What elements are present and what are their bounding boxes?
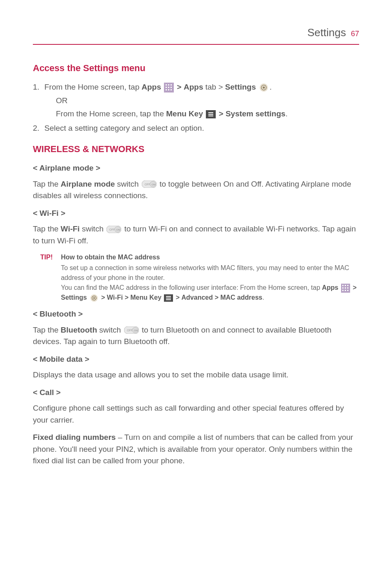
svg-rect-1: [166, 84, 167, 86]
svg-rect-3: [171, 84, 172, 86]
svg-rect-4: [166, 87, 167, 88]
para-wifi: Tap the Wi-Fi switch OFFON to turn Wi-Fi…: [33, 223, 359, 247]
svg-text:OFF: OFF: [127, 329, 133, 332]
apps-grid-icon: [164, 83, 174, 92]
svg-rect-15: [208, 114, 213, 115]
separator: >: [177, 83, 184, 91]
svg-rect-30: [345, 287, 346, 289]
svg-rect-26: [342, 285, 344, 286]
bold-fixed-dialing: Fixed dialing numbers: [33, 433, 116, 441]
text: switch: [115, 180, 141, 188]
text: From the Home screen, tap the: [56, 109, 166, 118]
menu-key-icon: [206, 110, 216, 118]
svg-text:OFF: OFF: [109, 228, 115, 231]
text: tab >: [203, 83, 225, 91]
text: You can find the MAC address in the foll…: [61, 284, 322, 291]
tip-line-1: To set up a connection in some wireless …: [61, 263, 359, 283]
svg-text:ON: ON: [116, 229, 120, 231]
svg-rect-9: [171, 89, 172, 90]
bold-settings: Settings: [61, 294, 87, 301]
header-page-number: 67: [351, 28, 359, 39]
separator: >: [219, 109, 226, 118]
separator: >: [101, 294, 107, 301]
tip-label: TIP!: [40, 252, 53, 303]
separator: >: [123, 294, 130, 301]
sub-heading-airplane: < Airplane mode >: [33, 162, 359, 174]
text: .: [262, 294, 264, 301]
settings-gear-icon: [90, 294, 99, 303]
text: Tap the: [33, 224, 61, 233]
text: switch: [97, 326, 123, 334]
bold-apps: Apps: [322, 284, 339, 291]
svg-rect-14: [208, 112, 213, 113]
settings-gear-icon: [259, 83, 269, 92]
bold-apps: Apps: [142, 83, 161, 91]
step-number: 2.: [33, 123, 41, 134]
sub-heading-bluetooth: < Bluetooth >: [33, 308, 359, 320]
svg-text:ON: ON: [152, 183, 155, 186]
bold-menu-key: Menu Key: [130, 294, 161, 301]
svg-rect-41: [166, 299, 171, 300]
para-mobile-data: Displays the data usage and allows you t…: [33, 369, 359, 381]
step-1: 1. From the Home screen, tap Apps > Apps…: [33, 81, 359, 120]
svg-rect-2: [168, 84, 169, 86]
text: .: [286, 109, 288, 118]
svg-rect-39: [166, 296, 171, 297]
step-1-alt: From the Home screen, tap the Menu Key >…: [56, 108, 288, 120]
sub-heading-mobile-data: < Mobile data >: [33, 354, 359, 365]
svg-rect-5: [168, 87, 169, 88]
sub-heading-call: < Call >: [33, 387, 359, 399]
step-number: 1.: [33, 81, 41, 120]
para-bluetooth: Tap the Bluetooth switch OFFON to turn B…: [33, 324, 359, 348]
section-heading-access: Access the Settings menu: [33, 61, 359, 75]
tip-title: How to obtain the MAC address: [61, 252, 359, 262]
header-title: Settings: [307, 25, 346, 41]
svg-rect-8: [168, 89, 169, 90]
svg-text:OFF: OFF: [145, 183, 150, 186]
text: Tap the: [33, 180, 61, 188]
bold-apps-tab: Apps: [184, 83, 203, 91]
apps-grid-icon: [341, 284, 350, 293]
separator: >: [213, 294, 220, 301]
svg-rect-28: [347, 285, 348, 286]
para-fixed-dialing: Fixed dialing numbers – Turn on and comp…: [33, 432, 359, 467]
svg-rect-29: [342, 287, 344, 289]
step-2-content: Select a setting category and select an …: [44, 123, 204, 134]
svg-rect-6: [171, 87, 172, 88]
svg-rect-32: [342, 290, 344, 291]
section-heading-wireless: WIRELESS & NETWORKS: [33, 142, 359, 156]
separator: >: [176, 294, 182, 301]
tip-line-2: You can find the MAC address in the foll…: [61, 283, 359, 303]
svg-rect-27: [345, 285, 346, 286]
text: .: [270, 83, 272, 91]
svg-text:ON: ON: [134, 329, 138, 332]
svg-rect-16: [208, 116, 213, 116]
or-text: OR: [56, 95, 288, 107]
svg-rect-40: [166, 298, 171, 298]
svg-point-12: [263, 86, 265, 88]
step-2: 2. Select a setting category and select …: [33, 123, 359, 134]
bold-wifi: Wi-Fi: [61, 224, 80, 233]
svg-rect-33: [345, 290, 346, 291]
text: Tap the: [33, 326, 61, 334]
bold-airplane-mode: Airplane mode: [61, 180, 115, 188]
para-airplane: Tap the Airplane mode switch OFFON to to…: [33, 178, 359, 202]
separator: >: [353, 284, 356, 291]
svg-rect-34: [347, 290, 348, 291]
page-header: Settings 67: [33, 25, 359, 45]
text: switch: [80, 224, 106, 233]
svg-rect-31: [347, 287, 348, 289]
steps-list: 1. From the Home screen, tap Apps > Apps…: [33, 81, 359, 134]
bold-wifi: Wi-Fi: [107, 294, 123, 301]
bold-advanced: Advanced: [182, 294, 213, 301]
bold-bluetooth: Bluetooth: [61, 326, 97, 334]
bold-mac-address: MAC address: [220, 294, 262, 301]
step-1-content: From the Home screen, tap Apps > Apps ta…: [44, 81, 288, 120]
text: From the Home screen, tap: [44, 83, 142, 91]
bold-system-settings: System settings: [226, 109, 286, 118]
para-call: Configure phone call settings such as ca…: [33, 402, 359, 426]
sub-heading-wifi: < Wi-Fi >: [33, 208, 359, 220]
tip-content: How to obtain the MAC address To set up …: [61, 252, 359, 303]
bold-menu-key: Menu Key: [166, 109, 203, 118]
toggle-switch-icon: OFFON: [106, 226, 121, 233]
